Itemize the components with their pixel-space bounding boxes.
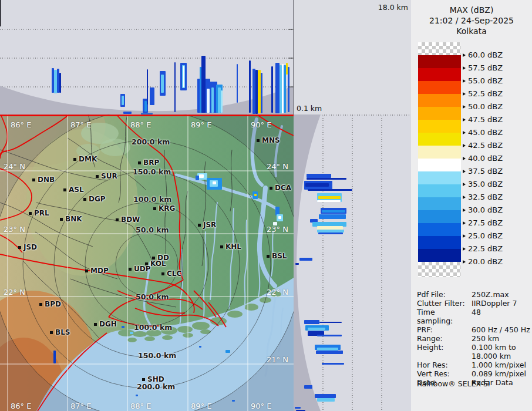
echo-bar	[196, 176, 199, 180]
legend-band-label: 27.5 dBZ	[463, 218, 503, 227]
echo-bar	[213, 181, 216, 184]
echo-bar	[237, 64, 238, 103]
side-projection-panel	[294, 114, 411, 411]
echo-bar	[136, 395, 138, 396]
height-axis-min-label: 0.1 km	[297, 104, 322, 113]
echo-bar	[144, 101, 147, 112]
echo-bar	[288, 67, 289, 112]
info-value: 600 Hz / 450 Hz	[472, 325, 530, 334]
legend-band-label: 30.0 dBZ	[463, 206, 503, 214]
info-label: Vert Res:	[417, 369, 472, 378]
legend-band	[418, 133, 461, 146]
info-value: 0.089 km/pixel	[472, 369, 530, 378]
info-label: Range:	[417, 334, 472, 343]
info-label: Time sampling:	[417, 308, 472, 325]
echo-bar	[232, 400, 235, 402]
legend-band-label: 57.5 dBZ	[463, 63, 503, 72]
legend-band	[418, 171, 461, 184]
info-row: PRF:600 Hz / 450 Hz	[417, 325, 530, 334]
echo-bar	[319, 322, 342, 323]
echo-bar	[122, 96, 124, 105]
legend-site: Kolkata	[411, 26, 532, 36]
side-projection-background	[294, 114, 411, 411]
info-label: PRF:	[417, 325, 472, 334]
echo-bar	[249, 60, 251, 113]
legend-band-label: 25.0 dBZ	[463, 231, 503, 240]
radar-display-window: 86° E86° E87° E87° E88° E88° E89° E89° E…	[0, 0, 532, 411]
echo-bar	[211, 87, 214, 113]
legend-panel: MAX (dBZ) 21:02 / 24-Sep-2025 Kolkata 60…	[411, 0, 532, 411]
info-row: Vert Res:0.089 km/pixel	[417, 369, 530, 378]
echo-bar	[225, 350, 230, 353]
legend-header: MAX (dBZ) 21:02 / 24-Sep-2025 Kolkata	[411, 5, 532, 36]
legend-band-below-min	[418, 262, 461, 277]
echo-bar	[201, 56, 206, 113]
info-value: 0.100 km to	[472, 343, 530, 352]
echo-bar	[174, 62, 176, 112]
echo-bar	[317, 230, 344, 233]
legend-band	[418, 107, 461, 120]
echo-bar	[59, 73, 61, 93]
legend-band-label: 20.0 dBZ	[463, 257, 503, 266]
info-row: Height:0.100 km to	[417, 343, 530, 352]
echo-bar	[299, 258, 312, 261]
info-label	[417, 352, 472, 361]
echo-bar	[307, 178, 346, 180]
echo-bar	[122, 326, 124, 328]
echo-bar	[284, 65, 286, 113]
echo-bar	[307, 174, 331, 178]
legend-datetime: 21:02 / 24-Sep-2025	[411, 15, 532, 26]
echo-bar	[282, 64, 284, 113]
legend-band	[418, 210, 461, 223]
echo-bar	[317, 348, 338, 351]
legend-band	[418, 184, 461, 197]
legend-band	[418, 94, 461, 107]
legend-band	[418, 120, 461, 133]
echo-bar	[255, 70, 258, 114]
echo-bar	[130, 332, 133, 334]
legend-band-above-max	[418, 42, 461, 55]
height-axis-max-label: 18.0 km	[349, 3, 408, 12]
echo-bar	[200, 67, 201, 113]
echo-bar	[322, 363, 344, 365]
echo-bar	[275, 207, 280, 215]
legend-band-label: 40.0 dBZ	[463, 154, 503, 163]
echo-bar	[275, 63, 280, 113]
echo-bar	[295, 263, 299, 265]
echo-bar	[305, 183, 329, 187]
info-label: Height:	[417, 343, 472, 352]
echo-bar	[261, 73, 262, 113]
info-value: IIRDoppler 7	[472, 299, 530, 308]
software-brand-label: Rainbow® SELEX-SI	[417, 379, 490, 388]
echo-bar	[199, 174, 204, 178]
echo-bar	[252, 69, 255, 114]
info-row: Pdf File:250Z.max	[417, 290, 530, 299]
echo-bar	[199, 346, 201, 348]
echo-bar	[295, 407, 301, 409]
echo-bar	[221, 90, 223, 113]
legend-band	[418, 159, 461, 171]
echo-bar	[317, 398, 335, 402]
legend-band	[418, 81, 461, 94]
echo-bar	[271, 66, 273, 113]
echo-bar	[258, 70, 261, 113]
echo-bar	[322, 210, 345, 213]
echo-bar	[161, 75, 164, 93]
echo-bar	[278, 216, 281, 219]
ppi-map-panel: 86° E86° E87° E87° E88° E88° E89° E89° E…	[0, 114, 294, 411]
echo-bar	[308, 189, 352, 191]
legend-band	[418, 146, 461, 159]
legend-band-label: 37.5 dBZ	[463, 167, 503, 176]
echo-bar	[54, 70, 57, 93]
echo-bar	[53, 351, 56, 363]
echo-bar	[273, 222, 277, 225]
echo-bar	[52, 68, 54, 93]
ppi-map	[0, 114, 294, 411]
info-label: Clutter Filter:	[417, 299, 472, 308]
info-value: 48	[472, 308, 530, 325]
echo-bar	[218, 87, 221, 113]
info-row: Range:250 km	[417, 334, 530, 343]
legend-band-label: 47.5 dBZ	[463, 115, 503, 124]
info-row: Clutter Filter:IIRDoppler 7	[417, 299, 530, 308]
echo-bar	[317, 226, 343, 230]
